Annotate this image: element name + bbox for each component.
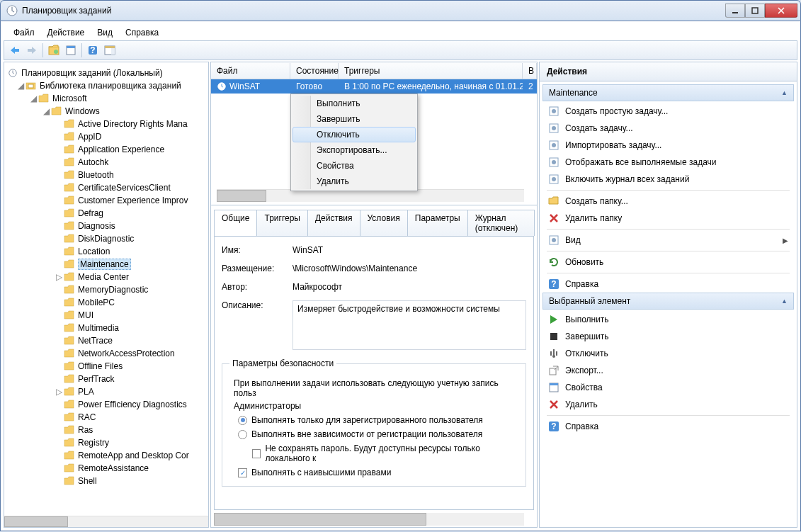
menu-view[interactable]: Вид <box>91 26 118 40</box>
ctx-properties[interactable]: Свойства <box>292 158 416 174</box>
toolbar-action-button[interactable] <box>46 43 62 58</box>
action-new-task[interactable]: Создать задачу... <box>542 120 794 137</box>
tree-item[interactable]: Maintenance <box>7 258 205 271</box>
col-last[interactable]: В <box>523 63 537 79</box>
tree-item[interactable]: RAC <box>7 411 205 424</box>
tree-item[interactable]: Multimedia <box>7 322 205 334</box>
ctx-delete[interactable]: Удалить <box>292 174 416 189</box>
ctx-export[interactable]: Экспортировать... <box>292 142 416 158</box>
menu-file[interactable]: Файл <box>8 26 40 40</box>
nav-forward-button[interactable] <box>24 43 40 58</box>
action-properties[interactable]: Свойства <box>542 379 794 396</box>
action-new-folder[interactable]: Создать папку... <box>542 193 794 210</box>
tree-windows[interactable]: ◢ Windows <box>7 105 205 118</box>
tree-item[interactable]: Customer Experience Improv <box>7 194 205 207</box>
actions-group-selected[interactable]: Выбранный элемент ▲ <box>542 293 794 310</box>
tree-item[interactable]: ▷Media Center <box>7 271 205 283</box>
tree-item[interactable]: MUI <box>7 309 205 322</box>
tree-item[interactable]: Location <box>7 245 205 258</box>
action-run[interactable]: Выполнить <box>542 311 794 328</box>
action-enable-history[interactable]: Включить журнал всех заданий <box>542 171 794 188</box>
expand-icon[interactable]: ▷ <box>54 387 64 397</box>
details-hscrollbar[interactable] <box>214 513 524 526</box>
ctx-run[interactable]: Выполнить <box>292 96 416 111</box>
toolbar-properties-button[interactable] <box>63 43 79 58</box>
tree-item[interactable]: DiskDiagnostic <box>7 232 205 245</box>
tree-item[interactable]: MobilePC <box>7 296 205 309</box>
chk-highest[interactable]: ✓Выполнять с наивысшими правами <box>238 468 518 477</box>
minimize-button[interactable] <box>725 4 745 18</box>
chk-nopass[interactable]: Не сохранять пароль. Будут доступны ресу… <box>252 443 518 463</box>
tree-item[interactable]: RemoteAssistance <box>7 462 205 475</box>
tree-item[interactable]: Ras <box>7 424 205 436</box>
task-row[interactable]: WinSAT Готово В 1:00 по PC еженедельно, … <box>211 79 537 94</box>
action-end[interactable]: Завершить <box>542 328 794 345</box>
tab-actions[interactable]: Действия <box>307 210 360 236</box>
tree-library[interactable]: ◢ Библиотека планировщика заданий <box>7 79 205 92</box>
tree-item[interactable]: Application Experience <box>7 143 205 156</box>
titlebar[interactable]: Планировщик заданий <box>0 0 801 21</box>
action-disable[interactable]: Отключить <box>542 345 794 362</box>
tree-hscrollbar[interactable] <box>4 516 208 527</box>
tree[interactable]: Планировщик заданий (Локальный) ◢ Библио… <box>4 62 208 516</box>
tree-item[interactable]: Active Directory Rights Mana <box>7 118 205 130</box>
maximize-button[interactable] <box>745 4 765 18</box>
tree-microsoft[interactable]: ◢ Microsoft <box>7 92 205 105</box>
tab-history[interactable]: Журнал (отключен) <box>467 210 535 236</box>
col-triggers[interactable]: Триггеры <box>339 63 523 79</box>
col-state[interactable]: Состояние <box>290 63 339 79</box>
tree-item[interactable]: NetworkAccessProtection <box>7 347 205 360</box>
action-help[interactable]: ?Справка <box>542 418 794 435</box>
svg-rect-1 <box>732 12 738 13</box>
name-value: WinSAT <box>292 245 526 255</box>
toolbar-panel-button[interactable] <box>102 43 118 58</box>
collapse-icon[interactable]: ◢ <box>16 81 25 91</box>
tree-item[interactable]: NetTrace <box>7 334 205 347</box>
tree-item[interactable]: Offline Files <box>7 360 205 373</box>
action-wizard[interactable]: Создать простую задачу... <box>542 103 794 120</box>
action-refresh[interactable]: Обновить <box>542 254 794 271</box>
tree-item[interactable]: RemoteApp and Desktop Cor <box>7 449 205 462</box>
expand-icon[interactable]: ▷ <box>54 272 64 282</box>
tree-item[interactable]: AppID <box>7 130 205 143</box>
tree-item[interactable]: Power Efficiency Diagnostics <box>7 398 205 411</box>
collapse-icon[interactable]: ◢ <box>28 94 38 103</box>
toolbar-help-button[interactable]: ? <box>85 43 101 58</box>
tree-item[interactable]: Bluetooth <box>7 169 205 181</box>
radio-any[interactable]: Выполнять вне зависимости от регистрации… <box>238 429 518 439</box>
ctx-disable[interactable]: Отключить <box>292 127 416 142</box>
tab-conditions[interactable]: Условия <box>360 210 408 236</box>
tree-item[interactable]: Shell <box>7 475 205 487</box>
name-label: Имя: <box>222 245 292 255</box>
tree-item[interactable]: Autochk <box>7 156 205 169</box>
action-export[interactable]: Экспорт... <box>542 362 794 379</box>
tree-item[interactable]: Diagnosis <box>7 220 205 232</box>
radio-logged[interactable]: Выполнять только для зарегистрированного… <box>238 415 518 425</box>
menu-help[interactable]: Справка <box>120 26 164 40</box>
tree-item[interactable]: Defrag <box>7 207 205 220</box>
action-view[interactable]: Вид▶ <box>542 232 794 249</box>
ctx-end[interactable]: Завершить <box>292 111 416 127</box>
description-value[interactable]: Измеряет быстродействие и возможности си… <box>292 300 526 350</box>
action-help[interactable]: ?Справка <box>542 276 794 293</box>
action-import[interactable]: Импортировать задачу... <box>542 137 794 154</box>
col-file[interactable]: Файл <box>211 63 290 79</box>
tree-item[interactable]: Registry <box>7 436 205 449</box>
nav-back-button[interactable] <box>7 43 23 58</box>
tab-general[interactable]: Общие <box>214 210 257 236</box>
tree-root[interactable]: Планировщик заданий (Локальный) <box>7 67 205 79</box>
new-folder-icon <box>548 196 559 207</box>
tab-settings[interactable]: Параметры <box>407 210 468 236</box>
tab-triggers[interactable]: Триггеры <box>256 210 308 236</box>
tree-item[interactable]: MemoryDiagnostic <box>7 283 205 296</box>
action-delete-folder[interactable]: Удалить папку <box>542 210 794 227</box>
tree-item[interactable]: PerfTrack <box>7 373 205 385</box>
close-button[interactable] <box>765 4 797 18</box>
tree-item[interactable]: CertificateServicesClient <box>7 181 205 194</box>
tree-item[interactable]: ▷PLA <box>7 385 205 398</box>
menu-action[interactable]: Действие <box>42 26 91 40</box>
action-delete[interactable]: Удалить <box>542 396 794 413</box>
actions-group-maintenance[interactable]: Maintenance ▲ <box>542 84 794 101</box>
collapse-icon[interactable]: ◢ <box>41 106 51 116</box>
action-show-running[interactable]: Отображать все выполняемые задачи <box>542 154 794 171</box>
